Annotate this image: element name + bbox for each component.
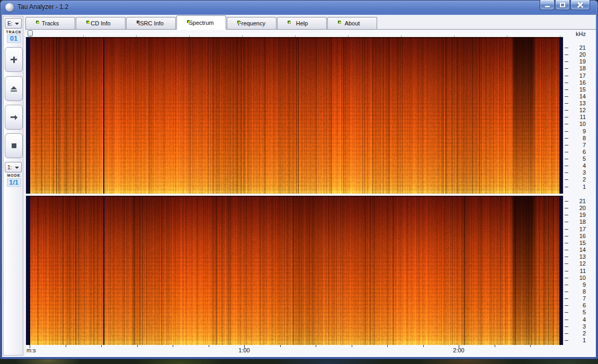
eject-button[interactable] (5, 76, 23, 101)
plus-icon (11, 57, 17, 63)
app-window: Tau Analyzer - 1.2 E: TRACK 01 1: MODE 1… (0, 0, 598, 359)
close-button[interactable] (570, 0, 590, 10)
freq-tick (565, 138, 568, 139)
tab-bar: TracksCD InfoISRC InfoSpectrumFrequencyH… (25, 15, 596, 30)
freq-tick (565, 222, 568, 222)
tab-about[interactable]: About (327, 17, 377, 29)
tab-label: ISRC Info (138, 20, 164, 26)
freq-tick (565, 145, 568, 145)
time-axis: m:s 1:002:00 (25, 345, 596, 354)
freq-tick-label: 12 (569, 107, 586, 113)
tab-help[interactable]: Help (277, 17, 327, 29)
slider-tick (189, 35, 190, 37)
freq-tick-label: 6 (569, 149, 586, 155)
freq-tick-label: 3 (569, 169, 586, 176)
time-tick (352, 345, 352, 347)
freq-tick (565, 54, 568, 55)
freq-tick (565, 124, 568, 124)
add-button[interactable] (5, 47, 23, 72)
freq-tick (565, 257, 568, 257)
freq-tick-label: 3 (569, 323, 586, 330)
tab-flag-icon (86, 21, 89, 23)
tab-flag-icon (187, 20, 190, 23)
tab-spectrum[interactable]: Spectrum (176, 15, 226, 30)
spectrogram-channel-2[interactable] (26, 196, 563, 345)
freq-tick-label: 10 (569, 121, 586, 127)
tab-isrc-info[interactable]: ISRC Info (126, 17, 176, 29)
freq-tick-label: 5 (569, 309, 586, 315)
tab-flag-icon (237, 21, 240, 23)
freq-tick (565, 285, 568, 285)
freq-tick (565, 117, 568, 117)
caption-buttons (540, 0, 590, 10)
time-tick (66, 345, 66, 347)
freq-tick (565, 320, 568, 320)
freq-tick (565, 152, 568, 152)
title-bar[interactable]: Tau Analyzer - 1.2 (0, 0, 598, 15)
tab-frequency[interactable]: Frequency (227, 17, 276, 29)
minimize-button[interactable] (540, 0, 555, 10)
freq-tick (565, 131, 568, 132)
stop-button[interactable] (5, 133, 23, 158)
spectrogram-channel-1[interactable] (26, 37, 563, 194)
slider-tick (507, 35, 507, 37)
freq-tick (565, 89, 568, 90)
maximize-button[interactable] (555, 0, 570, 10)
freq-tick-label: 20 (569, 205, 586, 211)
tab-label: Tracks (42, 20, 59, 26)
freq-tick-label: 16 (569, 79, 586, 86)
freq-tick-label: 19 (569, 58, 586, 65)
freq-tick (565, 292, 568, 292)
freq-tick-label: 13 (569, 253, 586, 260)
freq-tick-label: 13 (569, 100, 586, 106)
tab-cd-info[interactable]: CD Info (76, 17, 126, 29)
freq-tick-label: 14 (569, 93, 586, 99)
chevron-down-icon (15, 23, 19, 25)
mode-select[interactable]: 1: (5, 162, 22, 172)
freq-tick-label: 7 (569, 295, 586, 302)
freq-tick-label: 2 (569, 330, 586, 336)
tab-flag-icon (137, 21, 139, 23)
freq-tick-label: 19 (569, 212, 586, 218)
freq-tick (565, 298, 568, 299)
freq-tick (565, 278, 568, 278)
tab-label: Help (296, 20, 308, 26)
time-tick-label: 1:00 (234, 347, 255, 353)
freq-tick-label: 18 (569, 219, 586, 225)
slider-tick (348, 35, 349, 37)
time-tick (280, 345, 281, 347)
freq-tick-label: 4 (569, 316, 586, 323)
freq-tick (565, 243, 568, 243)
position-slider-track[interactable] (27, 33, 564, 34)
play-button[interactable] (5, 105, 23, 130)
tab-tracks[interactable]: Tracks (25, 17, 75, 29)
app-icon (5, 3, 14, 12)
freq-tick (565, 103, 568, 104)
tab-flag-icon (36, 21, 39, 23)
freq-tick-label: 18 (569, 65, 586, 71)
slider-tick (83, 35, 84, 37)
client-area: E: TRACK 01 1: MODE 1/1 TracksCD InfoISR… (2, 15, 596, 357)
slider-tick (242, 35, 243, 37)
freq-tick (565, 61, 568, 62)
freq-tick-label: 6 (569, 302, 586, 308)
mode-value: 1/1 (7, 178, 21, 187)
sidebar: E: TRACK 01 1: MODE 1/1 (3, 16, 23, 356)
tab-label: About (345, 20, 360, 26)
freq-tick-label: 21 (569, 198, 586, 204)
drive-select[interactable]: E: (5, 18, 22, 29)
freq-tick-label: 7 (569, 142, 586, 148)
time-tick (423, 345, 424, 347)
freq-tick-label: 11 (569, 114, 586, 120)
slider-tick (295, 35, 296, 37)
freq-tick (565, 326, 568, 327)
time-tick (387, 345, 388, 347)
freq-tick-label: 2 (569, 176, 586, 183)
freq-tick-label: 11 (569, 268, 586, 274)
freq-axis-unit: kHz (568, 31, 586, 37)
tab-label: Spectrum (189, 20, 213, 26)
freq-tick (565, 271, 568, 271)
freq-tick (565, 166, 568, 166)
tab-label: Frequency (238, 20, 265, 26)
freq-tick (565, 96, 568, 97)
